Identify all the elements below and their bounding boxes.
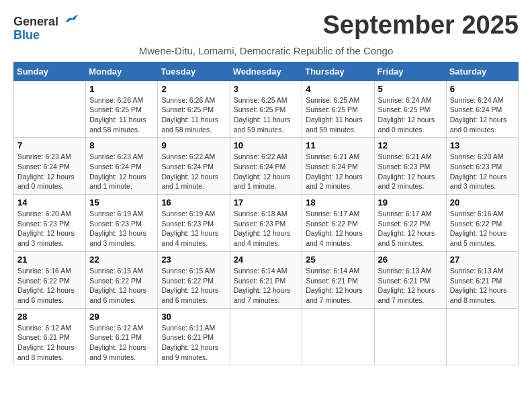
calendar-cell: 1Sunrise: 6:26 AM Sunset: 6:25 PM Daylig… bbox=[86, 81, 158, 138]
calendar-week-row: 28Sunrise: 6:12 AM Sunset: 6:21 PM Dayli… bbox=[14, 308, 519, 365]
day-number: 6 bbox=[450, 84, 515, 94]
day-info: Sunrise: 6:23 AM Sunset: 6:24 PM Dayligh… bbox=[89, 152, 154, 191]
col-header-thursday: Thursday bbox=[302, 62, 374, 81]
calendar-cell: 2Sunrise: 6:26 AM Sunset: 6:25 PM Daylig… bbox=[158, 81, 230, 138]
day-number: 29 bbox=[89, 312, 154, 322]
day-number: 15 bbox=[89, 197, 154, 208]
calendar-cell: 5Sunrise: 6:24 AM Sunset: 6:25 PM Daylig… bbox=[374, 81, 446, 138]
calendar-cell: 17Sunrise: 6:18 AM Sunset: 6:23 PM Dayli… bbox=[230, 195, 302, 252]
day-info: Sunrise: 6:20 AM Sunset: 6:23 PM Dayligh… bbox=[450, 152, 515, 191]
calendar-cell: 24Sunrise: 6:14 AM Sunset: 6:21 PM Dayli… bbox=[230, 251, 302, 308]
calendar-week-row: 21Sunrise: 6:16 AM Sunset: 6:22 PM Dayli… bbox=[14, 251, 519, 308]
calendar-cell: 8Sunrise: 6:23 AM Sunset: 6:24 PM Daylig… bbox=[86, 138, 158, 195]
calendar-cell bbox=[302, 308, 374, 365]
day-info: Sunrise: 6:15 AM Sunset: 6:22 PM Dayligh… bbox=[89, 266, 154, 306]
calendar-cell: 19Sunrise: 6:17 AM Sunset: 6:22 PM Dayli… bbox=[374, 195, 446, 252]
day-info: Sunrise: 6:12 AM Sunset: 6:21 PM Dayligh… bbox=[89, 323, 154, 363]
day-number: 3 bbox=[234, 84, 299, 94]
logo-blue-text: Blue bbox=[13, 29, 40, 42]
day-info: Sunrise: 6:12 AM Sunset: 6:21 PM Dayligh… bbox=[17, 323, 82, 363]
col-header-sunday: Sunday bbox=[14, 62, 86, 81]
day-number: 22 bbox=[89, 255, 154, 265]
day-number: 26 bbox=[378, 255, 443, 265]
calendar-cell: 21Sunrise: 6:16 AM Sunset: 6:22 PM Dayli… bbox=[14, 251, 86, 308]
day-number: 9 bbox=[161, 140, 226, 150]
day-number: 14 bbox=[17, 197, 82, 208]
day-info: Sunrise: 6:19 AM Sunset: 6:23 PM Dayligh… bbox=[161, 209, 226, 248]
calendar-cell: 22Sunrise: 6:15 AM Sunset: 6:22 PM Dayli… bbox=[86, 251, 158, 308]
col-header-friday: Friday bbox=[374, 62, 446, 81]
day-info: Sunrise: 6:16 AM Sunset: 6:22 PM Dayligh… bbox=[450, 209, 515, 248]
calendar-cell: 27Sunrise: 6:13 AM Sunset: 6:21 PM Dayli… bbox=[446, 251, 518, 308]
calendar-subtitle: Mwene-Ditu, Lomami, Democratic Republic … bbox=[13, 45, 519, 56]
day-info: Sunrise: 6:22 AM Sunset: 6:24 PM Dayligh… bbox=[234, 152, 299, 191]
col-header-saturday: Saturday bbox=[446, 62, 518, 81]
day-info: Sunrise: 6:14 AM Sunset: 6:21 PM Dayligh… bbox=[234, 266, 299, 306]
day-number: 16 bbox=[161, 197, 226, 208]
day-info: Sunrise: 6:13 AM Sunset: 6:21 PM Dayligh… bbox=[450, 266, 515, 306]
calendar-cell: 25Sunrise: 6:14 AM Sunset: 6:21 PM Dayli… bbox=[302, 251, 374, 308]
day-info: Sunrise: 6:15 AM Sunset: 6:22 PM Dayligh… bbox=[161, 266, 226, 306]
day-info: Sunrise: 6:26 AM Sunset: 6:25 PM Dayligh… bbox=[161, 95, 226, 135]
calendar-cell bbox=[14, 81, 86, 138]
calendar-cell: 30Sunrise: 6:11 AM Sunset: 6:21 PM Dayli… bbox=[158, 308, 230, 365]
day-number: 23 bbox=[161, 255, 226, 265]
day-info: Sunrise: 6:21 AM Sunset: 6:23 PM Dayligh… bbox=[378, 152, 443, 191]
day-info: Sunrise: 6:23 AM Sunset: 6:24 PM Dayligh… bbox=[17, 152, 82, 191]
day-info: Sunrise: 6:16 AM Sunset: 6:22 PM Dayligh… bbox=[17, 266, 82, 306]
calendar-cell bbox=[446, 308, 518, 365]
day-info: Sunrise: 6:25 AM Sunset: 6:25 PM Dayligh… bbox=[234, 95, 299, 135]
day-info: Sunrise: 6:18 AM Sunset: 6:23 PM Dayligh… bbox=[234, 209, 299, 248]
calendar-cell: 10Sunrise: 6:22 AM Sunset: 6:24 PM Dayli… bbox=[230, 138, 302, 195]
calendar-cell: 11Sunrise: 6:21 AM Sunset: 6:24 PM Dayli… bbox=[302, 138, 374, 195]
day-info: Sunrise: 6:13 AM Sunset: 6:21 PM Dayligh… bbox=[378, 266, 443, 306]
calendar-cell: 12Sunrise: 6:21 AM Sunset: 6:23 PM Dayli… bbox=[374, 138, 446, 195]
day-number: 21 bbox=[17, 255, 82, 265]
day-number: 5 bbox=[378, 84, 443, 94]
calendar-cell: 13Sunrise: 6:20 AM Sunset: 6:23 PM Dayli… bbox=[446, 138, 518, 195]
col-header-monday: Monday bbox=[86, 62, 158, 81]
calendar-cell: 29Sunrise: 6:12 AM Sunset: 6:21 PM Dayli… bbox=[86, 308, 158, 365]
col-header-tuesday: Tuesday bbox=[158, 62, 230, 81]
calendar-week-row: 7Sunrise: 6:23 AM Sunset: 6:24 PM Daylig… bbox=[14, 138, 519, 195]
day-number: 30 bbox=[161, 312, 226, 322]
calendar-cell: 16Sunrise: 6:19 AM Sunset: 6:23 PM Dayli… bbox=[158, 195, 230, 252]
calendar-cell bbox=[374, 308, 446, 365]
day-number: 24 bbox=[234, 255, 299, 265]
day-info: Sunrise: 6:24 AM Sunset: 6:25 PM Dayligh… bbox=[378, 95, 443, 135]
day-number: 12 bbox=[378, 140, 443, 150]
day-info: Sunrise: 6:26 AM Sunset: 6:25 PM Dayligh… bbox=[89, 95, 154, 135]
day-number: 18 bbox=[306, 197, 370, 208]
day-number: 19 bbox=[378, 197, 443, 208]
calendar-cell: 28Sunrise: 6:12 AM Sunset: 6:21 PM Dayli… bbox=[14, 308, 86, 365]
calendar-body: 1Sunrise: 6:26 AM Sunset: 6:25 PM Daylig… bbox=[14, 81, 519, 365]
calendar-cell bbox=[230, 308, 302, 365]
day-number: 1 bbox=[89, 84, 154, 94]
day-info: Sunrise: 6:22 AM Sunset: 6:24 PM Dayligh… bbox=[161, 152, 226, 191]
day-number: 10 bbox=[234, 140, 299, 150]
calendar-week-row: 1Sunrise: 6:26 AM Sunset: 6:25 PM Daylig… bbox=[14, 81, 519, 138]
header: General Blue September 2025 bbox=[13, 11, 519, 42]
day-info: Sunrise: 6:24 AM Sunset: 6:24 PM Dayligh… bbox=[450, 95, 515, 135]
day-number: 25 bbox=[306, 255, 370, 265]
day-info: Sunrise: 6:19 AM Sunset: 6:23 PM Dayligh… bbox=[89, 209, 154, 248]
logo-bird-icon bbox=[64, 13, 79, 26]
month-title: September 2025 bbox=[323, 11, 519, 40]
calendar-cell: 9Sunrise: 6:22 AM Sunset: 6:24 PM Daylig… bbox=[158, 138, 230, 195]
day-number: 8 bbox=[89, 140, 154, 150]
day-number: 11 bbox=[306, 140, 370, 150]
calendar-cell: 4Sunrise: 6:25 AM Sunset: 6:25 PM Daylig… bbox=[302, 81, 374, 138]
day-number: 17 bbox=[234, 197, 299, 208]
calendar-cell: 18Sunrise: 6:17 AM Sunset: 6:22 PM Dayli… bbox=[302, 195, 374, 252]
calendar-cell: 20Sunrise: 6:16 AM Sunset: 6:22 PM Dayli… bbox=[446, 195, 518, 252]
logo: General Blue bbox=[13, 13, 79, 42]
day-info: Sunrise: 6:17 AM Sunset: 6:22 PM Dayligh… bbox=[378, 209, 443, 248]
day-info: Sunrise: 6:11 AM Sunset: 6:21 PM Dayligh… bbox=[161, 323, 226, 363]
calendar-cell: 14Sunrise: 6:20 AM Sunset: 6:23 PM Dayli… bbox=[14, 195, 86, 252]
logo-general-text: General bbox=[13, 15, 58, 28]
day-number: 13 bbox=[450, 140, 515, 150]
calendar-header-row: SundayMondayTuesdayWednesdayThursdayFrid… bbox=[14, 62, 519, 81]
day-info: Sunrise: 6:21 AM Sunset: 6:24 PM Dayligh… bbox=[306, 152, 370, 191]
calendar-week-row: 14Sunrise: 6:20 AM Sunset: 6:23 PM Dayli… bbox=[14, 195, 519, 252]
day-info: Sunrise: 6:25 AM Sunset: 6:25 PM Dayligh… bbox=[306, 95, 370, 135]
